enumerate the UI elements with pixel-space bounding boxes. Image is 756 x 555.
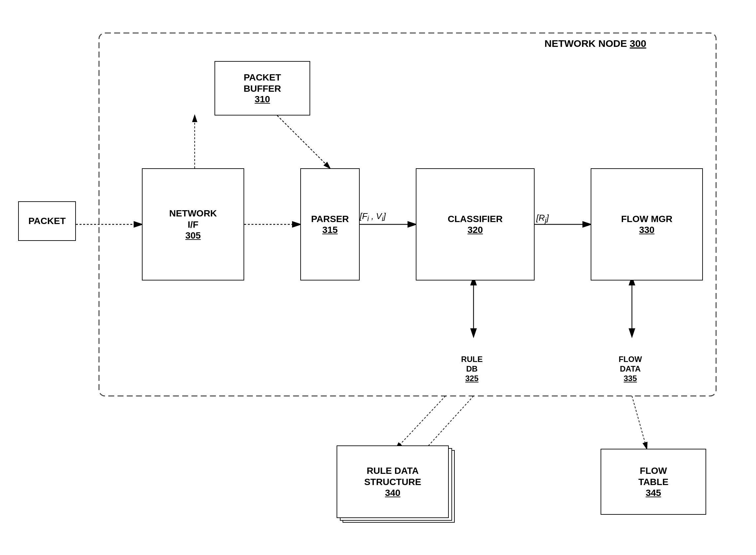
rj-label: [Rj] <box>536 213 549 225</box>
packet-box: PACKET <box>18 201 76 241</box>
network-if-box: NETWORKI/F 305 <box>142 168 244 281</box>
ruledb-to-ruledata-arrow2 <box>426 396 473 449</box>
flow-table-box: FLOWTABLE 345 <box>600 449 706 515</box>
network-node-label: NETWORK NODE 300 <box>544 38 646 49</box>
parser-box: PARSER 315 <box>300 168 360 281</box>
ruledb-to-ruledata-arrow <box>396 396 446 449</box>
diagram-container: 115 ⌒ PACKET NETWORK NODE 300 PACKETBUFF… <box>0 0 756 555</box>
fi-vi-label: [Fi , Vi] <box>360 211 386 223</box>
flow-mgr-box: FLOW MGR 330 <box>591 168 703 281</box>
flowdata-to-flowtable-arrow <box>632 396 647 449</box>
parser-to-buffer-line <box>277 116 330 168</box>
classifier-box: CLASSIFIER 320 <box>416 168 535 281</box>
packet-buffer-box: PACKETBUFFER 310 <box>214 61 310 116</box>
